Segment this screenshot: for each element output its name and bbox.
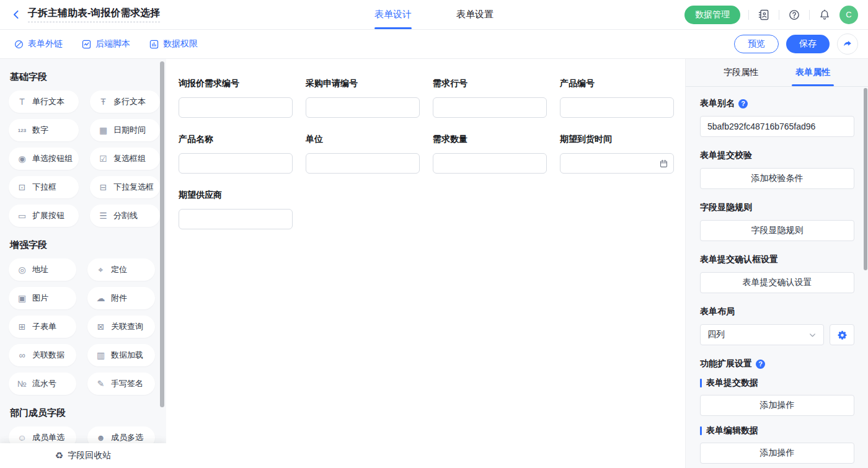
edit-data-label: 表单编辑数据	[706, 425, 758, 436]
tab-form-properties[interactable]: 表单属性	[795, 59, 830, 86]
field-item-multi-line-text[interactable]: Ŧ多行文本	[90, 91, 160, 113]
properties-panel: 字段属性 表单属性 表单别名 ? 表单提交校验 添加校验条件 字段显隐规则 字段…	[685, 59, 868, 468]
submit-confirm-button[interactable]: 表单提交确认设置	[700, 272, 854, 293]
field-visibility-label: 字段显隐规则	[700, 202, 752, 213]
form-layout-select[interactable]: 四列	[700, 324, 824, 345]
canvas-field[interactable]: 需求数量	[433, 134, 547, 174]
submit-validation-label: 表单提交校验	[700, 150, 752, 161]
field-item-data-load[interactable]: ▥数据加载	[87, 344, 155, 366]
field-input-purchase-request-no[interactable]	[306, 97, 420, 118]
calendar-icon: ▦	[98, 125, 108, 135]
backend-script-button[interactable]: 后端脚本	[81, 38, 130, 50]
canvas-field[interactable]: 期望到货时间	[560, 134, 674, 174]
help-badge-icon[interactable]: ?	[738, 99, 748, 108]
canvas-field[interactable]: 采购申请编号	[306, 78, 420, 118]
field-item-extend-button[interactable]: ▭扩展按钮	[9, 205, 79, 227]
crosshair-icon: ⌖	[95, 265, 106, 275]
submit-data-add-action-button[interactable]: 添加操作	[700, 395, 854, 416]
field-input-demand-qty[interactable]	[433, 153, 547, 174]
gear-icon	[837, 330, 848, 340]
field-item-divider[interactable]: ☰分割线	[90, 205, 160, 227]
notification-bell-icon[interactable]	[818, 8, 831, 22]
canvas-field[interactable]: 需求行号	[433, 78, 547, 118]
field-item-subform[interactable]: ⊞子表单	[9, 316, 76, 338]
field-item-attachment[interactable]: ☁附件	[87, 287, 155, 309]
divider	[809, 10, 810, 20]
field-input-expected-supplier[interactable]	[179, 209, 293, 229]
canvas-field[interactable]: 产品名称	[179, 134, 293, 174]
field-item-select[interactable]: ⊡下拉框	[9, 176, 79, 198]
field-item-datetime[interactable]: ▦日期时间	[90, 119, 160, 141]
field-input-expected-arrival-date[interactable]	[560, 153, 674, 174]
field-input-inquiry-demand-no[interactable]	[179, 97, 293, 118]
bar-chart-icon: ▥	[95, 350, 106, 360]
divider	[748, 10, 749, 20]
field-item-single-line-text[interactable]: T单行文本	[9, 91, 79, 113]
form-title[interactable]: 子拆主辅助表-询报价需求选择	[28, 7, 160, 22]
tab-form-design[interactable]: 表单设计	[374, 0, 412, 29]
share-arrow-icon	[842, 38, 853, 50]
field-item-address[interactable]: ◎地址	[9, 258, 76, 281]
field-item-multi-select[interactable]: ⊟下拉复选框	[90, 176, 160, 198]
button-icon: ▭	[17, 211, 27, 221]
field-item-linked-query[interactable]: ⊠关联查询	[87, 316, 155, 338]
data-permission-button[interactable]: 数据权限	[149, 38, 198, 50]
user-avatar[interactable]: C	[839, 6, 858, 24]
sidebar-scrollbar[interactable]	[160, 61, 164, 407]
add-validation-button[interactable]: 添加校验条件	[700, 168, 854, 189]
field-item-radio-group[interactable]: ◉单选按钮组	[9, 148, 79, 170]
field-item-number[interactable]: 123数字	[9, 119, 79, 141]
panel-scrollbar[interactable]	[864, 88, 867, 270]
back-icon[interactable]	[11, 9, 22, 20]
backend-script-label: 后端脚本	[95, 38, 130, 50]
serial-icon: №	[17, 379, 27, 389]
image-icon: ▣	[17, 293, 27, 303]
pen-icon: ✎	[95, 379, 106, 389]
field-item-linked-data[interactable]: ∞关联数据	[9, 344, 76, 366]
help-icon[interactable]	[787, 8, 801, 22]
extension-settings-label: 功能扩展设置	[700, 358, 752, 369]
field-input-product-no[interactable]	[560, 97, 674, 118]
help-badge-icon[interactable]: ?	[756, 360, 765, 369]
chevron-down-icon	[808, 331, 817, 339]
data-manage-button[interactable]: 数据管理	[684, 6, 740, 24]
cloud-upload-icon: ☁	[95, 293, 106, 303]
recycle-icon: ♻	[55, 450, 63, 461]
field-input-unit[interactable]	[306, 153, 420, 174]
divider	[779, 10, 779, 20]
canvas-field[interactable]: 询报价需求编号	[179, 78, 293, 118]
tab-form-settings[interactable]: 表单设置	[456, 0, 494, 29]
external-link-button[interactable]: 表单外链	[14, 38, 63, 50]
field-item-signature[interactable]: ✎手写签名	[87, 373, 155, 395]
field-item-image[interactable]: ▣图片	[9, 287, 76, 309]
form-alias-input[interactable]	[700, 116, 854, 137]
section-title-basic-fields: 基础字段	[10, 71, 155, 83]
canvas-field[interactable]: 期望供应商	[179, 190, 293, 229]
field-item-serial-number[interactable]: №流水号	[9, 373, 76, 395]
share-button[interactable]	[837, 33, 858, 55]
form-canvas[interactable]: 询报价需求编号 采购申请编号 需求行号 产品编号 产品名称 单位	[166, 59, 685, 468]
checkbox-icon: ☑	[98, 154, 108, 164]
field-visibility-button[interactable]: 字段显隐规则	[700, 220, 854, 241]
field-item-checkbox-group[interactable]: ☑复选框组	[90, 148, 160, 170]
canvas-field[interactable]: 单位	[306, 134, 420, 174]
tab-field-properties[interactable]: 字段属性	[724, 59, 758, 86]
divider-icon: ☰	[98, 211, 108, 221]
save-button[interactable]: 保存	[786, 35, 830, 53]
section-marker	[700, 379, 702, 387]
section-title-member-fields: 部门成员字段	[10, 407, 155, 419]
address-book-icon[interactable]	[757, 8, 771, 22]
section-title-enhanced-fields: 增强字段	[10, 239, 155, 251]
linked-query-icon: ⊠	[95, 322, 106, 332]
app-header: 子拆主辅助表-询报价需求选择 表单设计 表单设置 数据管理 C	[0, 0, 868, 30]
layout-settings-button[interactable]	[830, 324, 854, 345]
canvas-field[interactable]: 产品编号	[560, 78, 674, 118]
field-recycle-bin[interactable]: ♻ 字段回收站	[0, 443, 166, 468]
field-input-demand-line-no[interactable]	[433, 97, 547, 118]
preview-button[interactable]: 预览	[734, 35, 779, 53]
field-item-location[interactable]: ⌖定位	[87, 258, 155, 281]
external-link-label: 表单外链	[28, 38, 63, 50]
field-input-product-name[interactable]	[179, 153, 293, 174]
edit-data-add-action-button[interactable]: 添加操作	[700, 443, 854, 464]
form-toolbar: 表单外链 后端脚本 数据权限 预览 保存	[0, 30, 868, 59]
